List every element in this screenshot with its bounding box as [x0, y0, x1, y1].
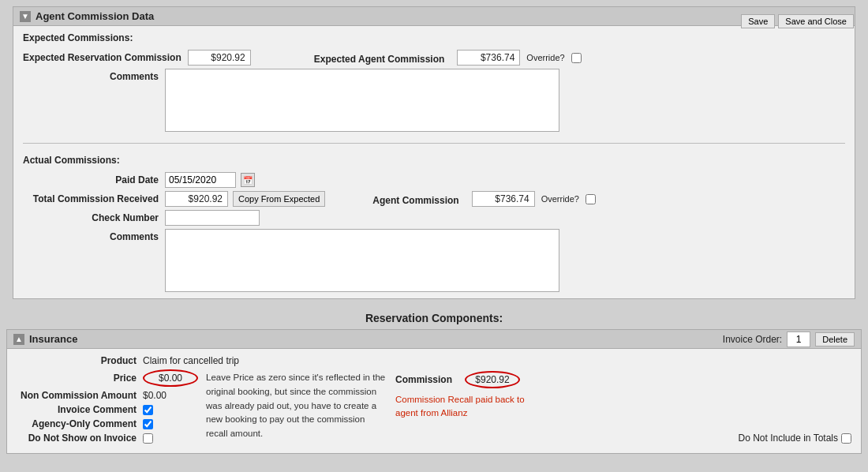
- actual-override-checkbox[interactable]: [586, 194, 596, 204]
- expected-comments-input[interactable]: [165, 69, 559, 132]
- price-row: Price $0.00: [17, 369, 198, 387]
- non-commission-row: Non Commission Amount $0.00: [17, 390, 198, 401]
- check-number-row: Check Number: [23, 210, 845, 226]
- do-not-include-checkbox[interactable]: [841, 433, 851, 444]
- expected-agent-value: $736.74: [457, 50, 520, 66]
- total-commission-value: $920.92: [165, 191, 228, 207]
- actual-agent-commission-value: $736.74: [472, 191, 535, 207]
- actual-override-label: Override?: [541, 194, 579, 204]
- price-commission-area: Price $0.00 Non Commission Amount $0.00: [17, 369, 851, 447]
- expected-comments-label: Comments: [23, 69, 165, 82]
- actual-commissions-label: Actual Commissions:: [13, 148, 855, 169]
- panel-title: Agent Commission Data: [36, 10, 154, 22]
- check-number-input[interactable]: [165, 210, 260, 226]
- invoice-comment-row: Invoice Comment: [17, 404, 198, 415]
- do-not-show-label: Do Not Show on Invoice: [17, 433, 143, 444]
- total-commission-label: Total Commission Received: [23, 191, 165, 204]
- reservation-components-title: Reservation Components:: [6, 305, 862, 329]
- expected-reservation-value: $920.92: [188, 50, 251, 66]
- total-commission-row: Total Commission Received $920.92 Copy F…: [23, 191, 845, 207]
- reservation-components-section: Reservation Components: ▲ Insurance Invo…: [6, 305, 862, 454]
- expected-commissions-label: Expected Commissions:: [13, 26, 855, 47]
- expected-override-label: Override?: [526, 53, 564, 62]
- expand-icon[interactable]: ▼: [20, 11, 31, 22]
- agency-only-row: Agency-Only Comment: [17, 418, 198, 429]
- top-buttons: Save Save and Close: [741, 14, 854, 28]
- agency-only-checkbox[interactable]: [143, 419, 153, 429]
- agent-commission-panel: ▼ Agent Commission Data Expected Commiss…: [13, 6, 855, 299]
- actual-comments-row: Comments: [23, 229, 845, 292]
- commission-area: Commission $920.92 Commission Recall pai…: [395, 369, 545, 421]
- product-value: Claim for cancelled trip: [143, 355, 239, 366]
- paid-date-label: Paid Date: [23, 172, 165, 185]
- insurance-header: ▲ Insurance Invoice Order: Delete: [7, 330, 861, 349]
- calendar-icon[interactable]: 📅: [241, 173, 255, 187]
- price-commission-fields: Price $0.00 Non Commission Amount $0.00: [17, 369, 198, 447]
- expected-override-checkbox[interactable]: [571, 53, 582, 63]
- insurance-header-right: Invoice Order: Delete: [723, 332, 855, 347]
- product-row: Product Claim for cancelled trip: [17, 355, 851, 366]
- red-annotation: Commission Recall paid back to agent fro…: [395, 393, 545, 421]
- invoice-order-label: Invoice Order:: [723, 334, 782, 345]
- expected-agent-label: Expected Agent Commission: [314, 51, 451, 65]
- commission-value-highlight: $920.92: [465, 371, 520, 388]
- annotation-text: Leave Price as zero since it's reflected…: [206, 369, 387, 441]
- invoice-comment-checkbox[interactable]: [143, 405, 153, 415]
- insurance-body: Product Claim for cancelled trip Price $…: [7, 349, 861, 453]
- save-and-close-button[interactable]: Save and Close: [778, 14, 854, 28]
- commission-value: $920.92: [475, 374, 509, 385]
- actual-comments-label: Comments: [23, 229, 165, 242]
- delete-button[interactable]: Delete: [815, 332, 855, 347]
- actual-agent-commission-label: Agent Commission: [372, 193, 465, 206]
- expected-reservation-row: Expected Reservation Commission $920.92 …: [23, 50, 845, 66]
- invoice-order-input[interactable]: [787, 332, 810, 347]
- check-number-label: Check Number: [23, 210, 165, 223]
- do-not-include-row: Do Not Include in Totals: [738, 369, 851, 444]
- do-not-show-checkbox[interactable]: [143, 433, 153, 444]
- paid-date-row: Paid Date 📅: [23, 172, 845, 188]
- commission-label: Commission: [395, 374, 458, 385]
- invoice-comment-label: Invoice Comment: [17, 404, 143, 415]
- expected-reservation-label: Expected Reservation Commission: [23, 50, 188, 63]
- insurance-expand-icon[interactable]: ▲: [13, 334, 24, 345]
- non-commission-value: $0.00: [143, 390, 166, 401]
- non-commission-label: Non Commission Amount: [17, 390, 143, 401]
- panel-header: ▼ Agent Commission Data: [13, 7, 855, 26]
- agency-only-label: Agency-Only Comment: [17, 418, 143, 429]
- commission-row: Commission $920.92: [395, 371, 545, 388]
- do-not-include-label: Do Not Include in Totals: [738, 433, 838, 444]
- do-not-show-row: Do Not Show on Invoice: [17, 433, 198, 444]
- actual-comments-input[interactable]: [165, 229, 559, 292]
- copy-from-expected-button[interactable]: Copy From Expected: [233, 191, 325, 207]
- price-value-highlight: $0.00: [143, 369, 198, 387]
- save-button[interactable]: Save: [741, 14, 775, 28]
- expected-comments-row: Comments: [23, 69, 845, 132]
- insurance-title: Insurance: [29, 333, 77, 345]
- price-label: Price: [17, 373, 143, 384]
- paid-date-input[interactable]: [165, 172, 236, 188]
- price-value: $0.00: [159, 373, 182, 384]
- product-label: Product: [17, 355, 143, 366]
- insurance-panel: ▲ Insurance Invoice Order: Delete Produc…: [6, 329, 862, 454]
